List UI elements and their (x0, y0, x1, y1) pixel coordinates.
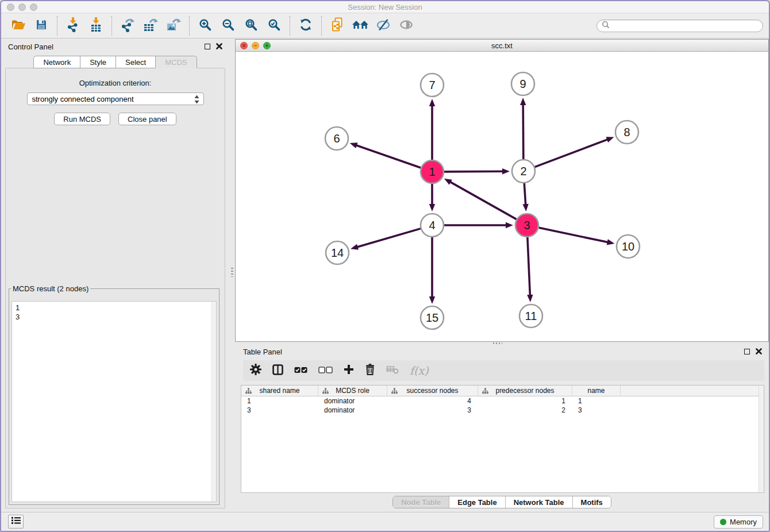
graph-edge-1-2[interactable] (444, 171, 503, 172)
column-header-name[interactable]: name (572, 385, 621, 396)
delete-row-button[interactable] (365, 364, 375, 377)
table-panel: Table Panel f(x) shared name MCDS role s… (235, 345, 769, 512)
run-mcds-button[interactable]: Run MCDS (54, 113, 110, 125)
control-panel-title: Control Panel (8, 43, 53, 51)
cell-predecessor-nodes[interactable]: 1 (478, 397, 572, 405)
graph-node-label: 10 (622, 240, 634, 253)
clone-network-button[interactable] (326, 16, 349, 36)
tab-network[interactable]: Network (33, 56, 80, 68)
table-row[interactable]: 1 dominator 4 1 1 (241, 396, 764, 406)
zoom-fit-button[interactable] (240, 16, 263, 36)
delete-table-icon (386, 365, 399, 376)
save-session-button[interactable] (30, 16, 53, 36)
graph-edge-4-14[interactable] (357, 229, 421, 247)
graph-edge-2-9[interactable] (523, 104, 523, 159)
refresh-layout-button[interactable] (294, 16, 317, 36)
splitter-grip-icon (231, 268, 233, 277)
hide-selected-button[interactable] (372, 16, 395, 36)
cell-predecessor-nodes[interactable]: 2 (478, 406, 572, 414)
import-table-button[interactable] (84, 16, 107, 36)
add-row-button[interactable] (344, 364, 354, 377)
cell-successor-nodes[interactable]: 4 (387, 397, 478, 405)
column-header-successor-nodes[interactable]: successor nodes (387, 385, 478, 396)
export-table-button[interactable] (139, 16, 162, 36)
first-neighbors-button[interactable] (349, 16, 372, 36)
cell-shared-name[interactable]: 1 (241, 397, 318, 405)
show-all-button[interactable] (395, 16, 418, 36)
table-settings-button[interactable] (250, 364, 261, 377)
table-toolbar: f(x) (243, 360, 764, 381)
graph-edge-arrowhead (429, 99, 435, 106)
deselect-all-button[interactable] (318, 365, 333, 376)
graph-edge-arrowhead (502, 168, 510, 174)
toolbar-separator (189, 16, 190, 36)
toolbar-separator (111, 16, 112, 36)
graph-edge-2-8[interactable] (535, 139, 609, 167)
column-header-mcds-role[interactable]: MCDS role (318, 385, 387, 396)
table-scrollbar[interactable] (759, 385, 764, 492)
tree-icon (322, 388, 329, 396)
zoom-in-button[interactable] (194, 16, 217, 36)
graph-node-label: 2 (520, 165, 526, 178)
tab-mcds[interactable]: MCDS (155, 56, 197, 68)
graph-edge-2-3[interactable] (524, 183, 525, 205)
float-panel-icon[interactable] (744, 349, 750, 354)
cell-mcds-role[interactable]: dominator (318, 397, 387, 405)
table-row[interactable]: 3 dominator 3 2 3 (241, 406, 764, 415)
export-image-button[interactable] (162, 16, 185, 36)
import-network-button[interactable] (61, 16, 84, 36)
zoom-selected-button[interactable] (263, 16, 286, 36)
show-columns-button[interactable] (272, 364, 283, 377)
task-history-button[interactable] (8, 515, 24, 529)
cell-shared-name[interactable]: 3 (241, 406, 318, 414)
select-all-button[interactable] (294, 365, 307, 376)
mcds-result-list[interactable]: 1 3 (11, 301, 217, 502)
close-panel-button[interactable]: Close panel (118, 113, 176, 125)
tab-style[interactable]: Style (80, 56, 116, 68)
import-network-icon (66, 17, 80, 34)
tab-edge-table[interactable]: Edge Table (449, 496, 505, 508)
houses-icon (352, 18, 369, 33)
delete-table-button[interactable] (386, 365, 399, 376)
export-image-icon (166, 17, 181, 34)
search-input[interactable] (613, 21, 758, 30)
graph-edge-3-11[interactable] (528, 237, 530, 296)
tab-select[interactable]: Select (116, 56, 155, 68)
cell-mcds-role[interactable]: dominator (318, 406, 387, 414)
close-panel-icon[interactable] (216, 43, 222, 51)
minimize-network-button[interactable]: − (252, 42, 259, 49)
close-network-button[interactable]: × (240, 42, 248, 49)
tab-node-table[interactable]: Node Table (393, 496, 449, 508)
tab-network-table[interactable]: Network Table (505, 496, 572, 508)
cell-successor-nodes[interactable]: 3 (387, 406, 478, 414)
graph-edge-1-6[interactable] (356, 145, 421, 168)
search-field[interactable] (596, 20, 763, 32)
result-scrollbar[interactable] (211, 302, 216, 502)
graph-node-label: 15 (426, 311, 438, 324)
table-panel-title: Table Panel (243, 348, 282, 356)
export-network-icon (120, 17, 135, 34)
mcds-result-title: MCDS result (2 nodes) (11, 284, 90, 293)
cell-name[interactable]: 3 (572, 406, 621, 414)
graph-edge-3-1[interactable] (449, 182, 516, 219)
graph-edge-arrowhead (520, 98, 526, 105)
zoom-network-button[interactable]: + (263, 42, 271, 49)
graph-node-label: 6 (333, 132, 340, 145)
vertical-splitter[interactable] (229, 39, 235, 512)
node-table: shared name MCDS role successor nodes pr… (241, 385, 764, 493)
float-panel-icon[interactable] (205, 44, 210, 49)
cell-name[interactable]: 1 (572, 397, 621, 405)
memory-button[interactable]: Memory (714, 515, 763, 529)
close-panel-icon[interactable] (756, 348, 762, 356)
column-header-predecessor-nodes[interactable]: predecessor nodes (478, 385, 572, 396)
graph-edge-arrowhead (527, 295, 533, 302)
criterion-dropdown[interactable]: strongly connected component (27, 92, 204, 105)
tab-motifs[interactable]: Motifs (572, 496, 611, 508)
graph-edge-3-10[interactable] (539, 228, 609, 242)
function-builder-button[interactable]: f(x) (410, 364, 429, 377)
export-network-button[interactable] (116, 16, 139, 36)
zoom-out-button[interactable] (217, 16, 240, 36)
network-canvas[interactable]: 7968124314101511 (236, 52, 768, 341)
open-session-button[interactable] (7, 16, 30, 36)
column-header-shared-name[interactable]: shared name (241, 385, 318, 396)
